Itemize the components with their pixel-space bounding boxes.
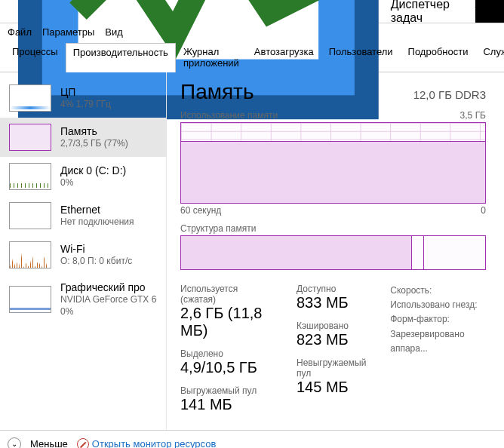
- composition-inuse: [181, 236, 412, 269]
- composition-standby: [412, 236, 424, 269]
- main-panel: Память 12,0 ГБ DDR3 Использование памяти…: [166, 72, 504, 430]
- speed-label: Скорость:: [390, 284, 486, 298]
- gpu-thumb-icon: [9, 286, 51, 313]
- sidebar-disk-sub: 0%: [60, 177, 126, 189]
- graph-fill: [181, 141, 485, 203]
- sidebar-item-cpu[interactable]: ЦП4% 1,79 ГГц: [0, 78, 166, 118]
- resmon-icon: [77, 438, 89, 449]
- ethernet-thumb-icon: [9, 202, 51, 229]
- wifi-thumb-icon: [9, 241, 51, 268]
- disk-thumb-icon: [9, 163, 51, 190]
- menu-options[interactable]: Параметры: [42, 26, 94, 38]
- committed-value: 4,9/10,5 ГБ: [180, 359, 275, 376]
- sidebar-cpu-name: ЦП: [60, 85, 111, 99]
- memory-usage-graph[interactable]: [180, 122, 486, 204]
- usage-max: 3,5 ГБ: [460, 110, 486, 121]
- sidebar-memory-name: Память: [60, 124, 128, 138]
- reserved-label: Зарезервировано аппара...: [390, 327, 486, 356]
- menu-file[interactable]: Файл: [8, 26, 32, 38]
- sidebar-item-memory[interactable]: Память2,7/3,5 ГБ (77%): [0, 118, 166, 157]
- sidebar-gpu-sub2: 0%: [60, 306, 157, 318]
- window-title: Диспетчер задач: [391, 0, 469, 25]
- nonpaged-label: Невыгружаемый пул: [297, 357, 369, 379]
- paged-label: Выгружаемый пул: [180, 385, 275, 396]
- resmon-label: Открыть монитор ресурсов: [92, 438, 216, 448]
- memory-thumb-icon: [9, 124, 51, 151]
- committed-label: Выделено: [180, 348, 275, 359]
- open-resmon-link[interactable]: Открыть монитор ресурсов: [77, 438, 216, 449]
- sidebar-gpu-name: Графический про: [60, 281, 157, 294]
- slots-label: Использовано гнезд:: [390, 298, 486, 312]
- sidebar: ЦП4% 1,79 ГГц Память2,7/3,5 ГБ (77%) Дис…: [0, 72, 166, 430]
- sidebar-item-wifi[interactable]: Wi-FiО: 8,0 П: 0 кбит/с: [0, 235, 166, 275]
- inuse-value: 2,6 ГБ (11,8 МБ): [180, 305, 275, 339]
- sidebar-cpu-sub: 4% 1,79 ГГц: [60, 99, 111, 111]
- usage-label: Использование памяти: [180, 110, 278, 121]
- available-value: 833 МБ: [297, 294, 369, 311]
- sidebar-gpu-sub: NVIDIA GeForce GTX 660: [60, 294, 157, 306]
- sidebar-memory-sub: 2,7/3,5 ГБ (77%): [60, 138, 128, 150]
- sidebar-item-gpu[interactable]: Графический проNVIDIA GeForce GTX 6600%: [0, 275, 166, 324]
- tab-startup[interactable]: Автозагрузка: [247, 42, 321, 72]
- tab-details[interactable]: Подробности: [401, 42, 476, 72]
- available-label: Доступно: [297, 284, 369, 294]
- page-title: Память: [180, 80, 254, 104]
- sidebar-wifi-name: Wi-Fi: [60, 242, 132, 256]
- sidebar-wifi-sub: О: 8,0 П: 0 кбит/с: [60, 256, 132, 268]
- tab-apphistory[interactable]: Журнал приложений: [176, 42, 247, 72]
- sidebar-ethernet-sub: Нет подключения: [60, 216, 134, 229]
- sidebar-item-disk[interactable]: Диск 0 (C: D:)0%: [0, 157, 166, 196]
- inuse-label: Используется (сжатая): [180, 284, 275, 305]
- memory-spec: 12,0 ГБ DDR3: [413, 88, 486, 101]
- nonpaged-value: 145 МБ: [297, 379, 369, 396]
- menu-view[interactable]: Вид: [105, 26, 123, 38]
- sidebar-ethernet-name: Ethernet: [60, 203, 134, 216]
- fewer-details-button[interactable]: Меньше: [30, 438, 68, 448]
- cached-label: Кэшировано: [297, 321, 369, 331]
- tab-users[interactable]: Пользователи: [321, 42, 401, 72]
- axis-right: 0: [481, 205, 486, 216]
- maximize-button[interactable]: ☐: [484, 0, 494, 23]
- composition-free: [424, 236, 485, 269]
- cpu-thumb-icon: [9, 84, 51, 112]
- struct-label: Структура памяти: [180, 223, 256, 234]
- tab-performance[interactable]: Производительность: [66, 43, 176, 72]
- collapse-icon[interactable]: ⌄: [8, 437, 21, 449]
- cached-value: 823 МБ: [297, 331, 369, 348]
- formfactor-label: Форм-фактор:: [390, 312, 486, 327]
- paged-value: 141 МБ: [180, 396, 275, 413]
- sidebar-disk-name: Диск 0 (C: D:): [60, 164, 126, 177]
- footer: ⌄ Меньше Открыть монитор ресурсов: [0, 430, 504, 448]
- sidebar-item-ethernet[interactable]: EthernetНет подключения: [0, 196, 166, 235]
- close-button[interactable]: ✕: [494, 0, 504, 23]
- tab-processes[interactable]: Процессы: [5, 42, 66, 72]
- memory-composition-bar[interactable]: [180, 235, 486, 270]
- tab-services[interactable]: Службы: [475, 42, 504, 72]
- minimize-button[interactable]: ─: [475, 0, 484, 23]
- tabbar: Процессы Производительность Журнал прило…: [0, 42, 504, 72]
- axis-left: 60 секунд: [180, 205, 221, 216]
